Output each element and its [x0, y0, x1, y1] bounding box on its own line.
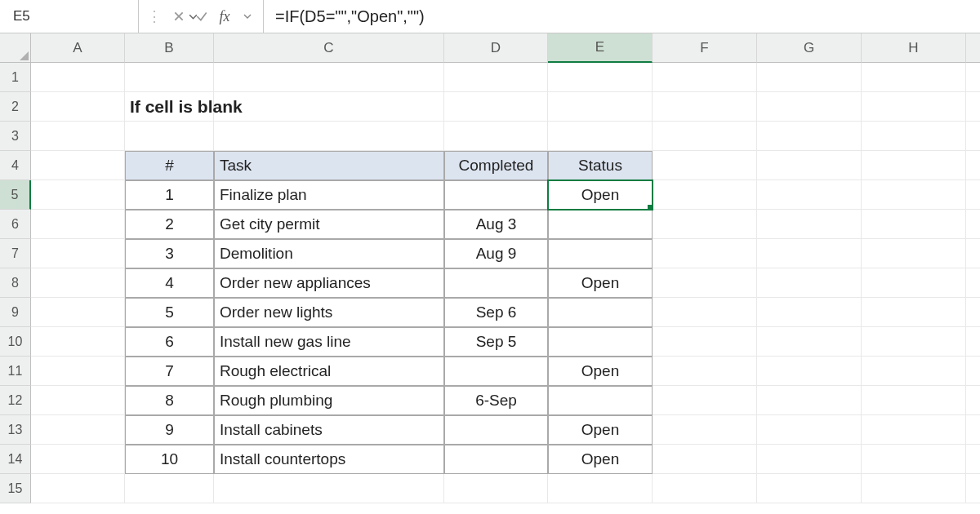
- cell[interactable]: [966, 415, 980, 445]
- cell[interactable]: [31, 268, 125, 298]
- cell[interactable]: [444, 92, 548, 122]
- cell[interactable]: [757, 268, 862, 298]
- cell[interactable]: [653, 63, 757, 92]
- cancel-formula-button[interactable]: [168, 6, 189, 27]
- row-header[interactable]: 11: [0, 357, 31, 386]
- formula-expand-button[interactable]: [237, 6, 258, 27]
- cell[interactable]: [444, 180, 548, 210]
- cell[interactable]: 9: [125, 415, 214, 445]
- row-header[interactable]: 6: [0, 210, 31, 239]
- cell[interactable]: [862, 92, 966, 122]
- cell[interactable]: [653, 474, 757, 503]
- cell[interactable]: [966, 239, 980, 268]
- cell[interactable]: [653, 386, 757, 415]
- cell[interactable]: [548, 92, 653, 122]
- cell[interactable]: Open: [548, 415, 653, 445]
- cell[interactable]: [548, 122, 653, 151]
- cell[interactable]: [966, 357, 980, 386]
- cell[interactable]: Install countertops: [214, 445, 444, 474]
- cell[interactable]: [444, 474, 548, 503]
- cell[interactable]: 6: [125, 327, 214, 357]
- cell[interactable]: [548, 210, 653, 239]
- cell[interactable]: [31, 122, 125, 151]
- row-header[interactable]: 5: [0, 180, 31, 210]
- cell[interactable]: 8: [125, 386, 214, 415]
- column-header[interactable]: G: [757, 33, 862, 63]
- column-header[interactable]: H: [862, 33, 966, 63]
- cell[interactable]: [653, 268, 757, 298]
- cell[interactable]: [31, 63, 125, 92]
- row-header[interactable]: 1: [0, 63, 31, 92]
- cell[interactable]: 1: [125, 180, 214, 210]
- row-header[interactable]: 12: [0, 386, 31, 415]
- cell[interactable]: [444, 445, 548, 474]
- row-header[interactable]: 13: [0, 415, 31, 445]
- cell[interactable]: [966, 210, 980, 239]
- cell[interactable]: [31, 180, 125, 210]
- cell[interactable]: [966, 474, 980, 503]
- cell[interactable]: [653, 357, 757, 386]
- cell[interactable]: [444, 268, 548, 298]
- cell[interactable]: [31, 92, 125, 122]
- cell[interactable]: [653, 298, 757, 327]
- cell[interactable]: [548, 474, 653, 503]
- cell[interactable]: [214, 63, 444, 92]
- cell[interactable]: Rough plumbing: [214, 386, 444, 415]
- cell[interactable]: [862, 151, 966, 180]
- cell[interactable]: [125, 63, 214, 92]
- cell[interactable]: [31, 239, 125, 268]
- cell[interactable]: [31, 210, 125, 239]
- cell[interactable]: [757, 357, 862, 386]
- cell[interactable]: [966, 268, 980, 298]
- cell[interactable]: [862, 474, 966, 503]
- cell[interactable]: Rough electrical: [214, 357, 444, 386]
- column-header[interactable]: E: [548, 33, 653, 63]
- cell[interactable]: [31, 474, 125, 503]
- cell[interactable]: [862, 445, 966, 474]
- cell[interactable]: [966, 298, 980, 327]
- formula-input[interactable]: =IF(D5="","Open",""): [264, 0, 980, 33]
- cell[interactable]: [653, 180, 757, 210]
- cell[interactable]: [548, 239, 653, 268]
- cell[interactable]: [757, 298, 862, 327]
- cell[interactable]: [548, 386, 653, 415]
- cell[interactable]: [444, 357, 548, 386]
- cell[interactable]: [125, 122, 214, 151]
- cell[interactable]: [548, 327, 653, 357]
- cell[interactable]: [862, 327, 966, 357]
- cell[interactable]: Demolition: [214, 239, 444, 268]
- cell[interactable]: [31, 386, 125, 415]
- cell[interactable]: [444, 415, 548, 445]
- column-header[interactable]: A: [31, 33, 125, 63]
- cell[interactable]: [757, 151, 862, 180]
- cell[interactable]: 6-Sep: [444, 386, 548, 415]
- cell[interactable]: [548, 298, 653, 327]
- row-header[interactable]: 2: [0, 92, 31, 122]
- cell[interactable]: [31, 327, 125, 357]
- cell[interactable]: [757, 239, 862, 268]
- cell[interactable]: [966, 63, 980, 92]
- cell[interactable]: Aug 9: [444, 239, 548, 268]
- cell[interactable]: [444, 122, 548, 151]
- cell[interactable]: [862, 268, 966, 298]
- cell[interactable]: [653, 210, 757, 239]
- cell[interactable]: [862, 180, 966, 210]
- cell[interactable]: 10: [125, 445, 214, 474]
- cell[interactable]: Open: [548, 357, 653, 386]
- column-header[interactable]: C: [214, 33, 444, 63]
- cell[interactable]: [653, 445, 757, 474]
- cell[interactable]: [214, 474, 444, 503]
- cell[interactable]: [548, 63, 653, 92]
- cell[interactable]: 3: [125, 239, 214, 268]
- row-header[interactable]: 14: [0, 445, 31, 474]
- cell[interactable]: [862, 210, 966, 239]
- cell[interactable]: [444, 63, 548, 92]
- cell[interactable]: Sep 6: [444, 298, 548, 327]
- cell[interactable]: Open: [548, 180, 653, 210]
- cell[interactable]: [214, 92, 444, 122]
- cell[interactable]: [31, 357, 125, 386]
- cell[interactable]: [862, 415, 966, 445]
- cell[interactable]: [862, 122, 966, 151]
- cell[interactable]: 2: [125, 210, 214, 239]
- cell[interactable]: [757, 210, 862, 239]
